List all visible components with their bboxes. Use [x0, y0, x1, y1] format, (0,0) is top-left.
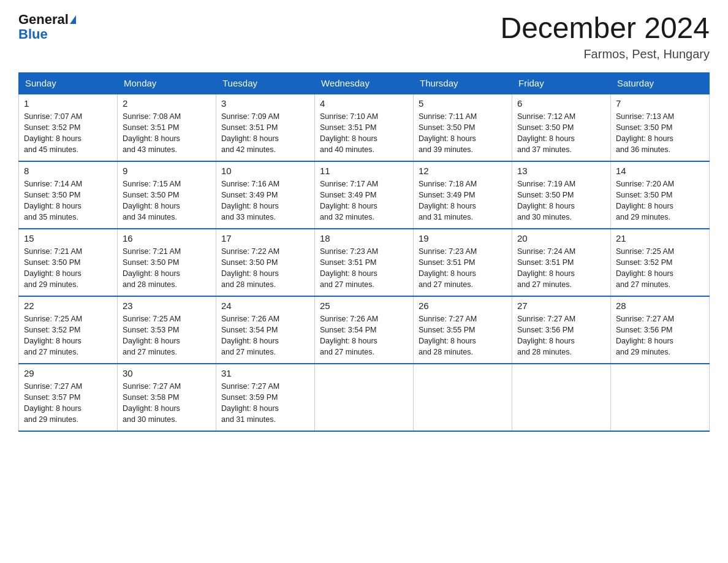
- calendar-table: Sunday Monday Tuesday Wednesday Thursday…: [18, 72, 710, 432]
- day-info: Sunrise: 7:17 AMSunset: 3:49 PMDaylight:…: [320, 178, 408, 223]
- day-number: 30: [123, 368, 211, 378]
- table-row: 31 Sunrise: 7:27 AMSunset: 3:59 PMDaylig…: [216, 364, 315, 431]
- day-info: Sunrise: 7:27 AMSunset: 3:55 PMDaylight:…: [419, 313, 507, 358]
- header-monday: Monday: [118, 72, 216, 94]
- month-title: December 2024: [500, 12, 710, 45]
- table-row: 12 Sunrise: 7:18 AMSunset: 3:49 PMDaylig…: [414, 161, 512, 229]
- page-header: General Blue December 2024 Farmos, Pest,…: [18, 12, 710, 61]
- day-number: 14: [616, 166, 704, 176]
- table-row: 22 Sunrise: 7:25 AMSunset: 3:52 PMDaylig…: [19, 296, 118, 364]
- table-row: 17 Sunrise: 7:22 AMSunset: 3:50 PMDaylig…: [216, 229, 315, 296]
- day-info: Sunrise: 7:25 AMSunset: 3:52 PMDaylight:…: [616, 246, 704, 291]
- table-row: 4 Sunrise: 7:10 AMSunset: 3:51 PMDayligh…: [315, 94, 414, 161]
- day-info: Sunrise: 7:23 AMSunset: 3:51 PMDaylight:…: [320, 246, 408, 291]
- table-row: 25 Sunrise: 7:26 AMSunset: 3:54 PMDaylig…: [315, 296, 414, 364]
- day-number: 24: [221, 301, 309, 311]
- day-info: Sunrise: 7:19 AMSunset: 3:50 PMDaylight:…: [517, 178, 605, 223]
- table-row: 28 Sunrise: 7:27 AMSunset: 3:56 PMDaylig…: [611, 296, 710, 364]
- day-info: Sunrise: 7:27 AMSunset: 3:58 PMDaylight:…: [123, 381, 211, 426]
- day-info: Sunrise: 7:21 AMSunset: 3:50 PMDaylight:…: [24, 246, 112, 291]
- table-row: [611, 364, 710, 431]
- day-number: 25: [320, 301, 408, 311]
- day-number: 3: [221, 98, 309, 109]
- day-number: 6: [517, 98, 605, 109]
- table-row: 14 Sunrise: 7:20 AMSunset: 3:50 PMDaylig…: [611, 161, 710, 229]
- day-info: Sunrise: 7:23 AMSunset: 3:51 PMDaylight:…: [419, 246, 507, 291]
- table-row: 21 Sunrise: 7:25 AMSunset: 3:52 PMDaylig…: [611, 229, 710, 296]
- day-info: Sunrise: 7:11 AMSunset: 3:50 PMDaylight:…: [419, 111, 507, 156]
- day-info: Sunrise: 7:18 AMSunset: 3:49 PMDaylight:…: [419, 178, 507, 223]
- day-info: Sunrise: 7:12 AMSunset: 3:50 PMDaylight:…: [517, 111, 605, 156]
- table-row: 6 Sunrise: 7:12 AMSunset: 3:50 PMDayligh…: [512, 94, 611, 161]
- header-saturday: Saturday: [611, 72, 710, 94]
- day-number: 20: [517, 233, 605, 243]
- day-info: Sunrise: 7:14 AMSunset: 3:50 PMDaylight:…: [24, 178, 112, 223]
- header-tuesday: Tuesday: [216, 72, 315, 94]
- day-number: 21: [616, 233, 704, 243]
- table-row: 19 Sunrise: 7:23 AMSunset: 3:51 PMDaylig…: [414, 229, 512, 296]
- location-text: Farmos, Pest, Hungary: [500, 47, 710, 61]
- day-info: Sunrise: 7:25 AMSunset: 3:52 PMDaylight:…: [24, 313, 112, 358]
- title-block: December 2024 Farmos, Pest, Hungary: [500, 12, 710, 61]
- day-number: 18: [320, 233, 408, 243]
- table-row: 30 Sunrise: 7:27 AMSunset: 3:58 PMDaylig…: [118, 364, 216, 431]
- table-row: 7 Sunrise: 7:13 AMSunset: 3:50 PMDayligh…: [611, 94, 710, 161]
- table-row: 29 Sunrise: 7:27 AMSunset: 3:57 PMDaylig…: [19, 364, 118, 431]
- day-number: 15: [24, 233, 112, 243]
- day-number: 2: [123, 98, 211, 109]
- day-number: 27: [517, 301, 605, 311]
- day-info: Sunrise: 7:24 AMSunset: 3:51 PMDaylight:…: [517, 246, 605, 291]
- day-number: 7: [616, 98, 704, 109]
- day-number: 23: [123, 301, 211, 311]
- day-info: Sunrise: 7:20 AMSunset: 3:50 PMDaylight:…: [616, 178, 704, 223]
- day-info: Sunrise: 7:13 AMSunset: 3:50 PMDaylight:…: [616, 111, 704, 156]
- table-row: 15 Sunrise: 7:21 AMSunset: 3:50 PMDaylig…: [19, 229, 118, 296]
- table-row: 24 Sunrise: 7:26 AMSunset: 3:54 PMDaylig…: [216, 296, 315, 364]
- day-info: Sunrise: 7:21 AMSunset: 3:50 PMDaylight:…: [123, 246, 211, 291]
- day-number: 10: [221, 166, 309, 176]
- day-number: 29: [24, 368, 112, 378]
- day-info: Sunrise: 7:09 AMSunset: 3:51 PMDaylight:…: [221, 111, 309, 156]
- table-row: 2 Sunrise: 7:08 AMSunset: 3:51 PMDayligh…: [118, 94, 216, 161]
- day-number: 17: [221, 233, 309, 243]
- day-number: 4: [320, 98, 408, 109]
- logo-triangle-icon: [70, 15, 76, 24]
- table-row: 18 Sunrise: 7:23 AMSunset: 3:51 PMDaylig…: [315, 229, 414, 296]
- day-number: 9: [123, 166, 211, 176]
- table-row: [315, 364, 414, 431]
- day-info: Sunrise: 7:26 AMSunset: 3:54 PMDaylight:…: [221, 313, 309, 358]
- day-info: Sunrise: 7:25 AMSunset: 3:53 PMDaylight:…: [123, 313, 211, 358]
- day-info: Sunrise: 7:16 AMSunset: 3:49 PMDaylight:…: [221, 178, 309, 223]
- header-sunday: Sunday: [19, 72, 118, 94]
- day-number: 22: [24, 301, 112, 311]
- table-row: 9 Sunrise: 7:15 AMSunset: 3:50 PMDayligh…: [118, 161, 216, 229]
- logo-general-text: General: [18, 12, 69, 27]
- header-friday: Friday: [512, 72, 611, 94]
- table-row: 10 Sunrise: 7:16 AMSunset: 3:49 PMDaylig…: [216, 161, 315, 229]
- day-number: 8: [24, 166, 112, 176]
- table-row: 20 Sunrise: 7:24 AMSunset: 3:51 PMDaylig…: [512, 229, 611, 296]
- day-number: 28: [616, 301, 704, 311]
- day-info: Sunrise: 7:27 AMSunset: 3:56 PMDaylight:…: [616, 313, 704, 358]
- table-row: 26 Sunrise: 7:27 AMSunset: 3:55 PMDaylig…: [414, 296, 512, 364]
- table-row: 13 Sunrise: 7:19 AMSunset: 3:50 PMDaylig…: [512, 161, 611, 229]
- table-row: 3 Sunrise: 7:09 AMSunset: 3:51 PMDayligh…: [216, 94, 315, 161]
- day-number: 26: [419, 301, 507, 311]
- logo-blue-text: Blue: [18, 27, 48, 42]
- table-row: 16 Sunrise: 7:21 AMSunset: 3:50 PMDaylig…: [118, 229, 216, 296]
- header-wednesday: Wednesday: [315, 72, 414, 94]
- table-row: 5 Sunrise: 7:11 AMSunset: 3:50 PMDayligh…: [414, 94, 512, 161]
- header-thursday: Thursday: [414, 72, 512, 94]
- day-info: Sunrise: 7:27 AMSunset: 3:59 PMDaylight:…: [221, 381, 309, 426]
- day-number: 16: [123, 233, 211, 243]
- day-info: Sunrise: 7:27 AMSunset: 3:57 PMDaylight:…: [24, 381, 112, 426]
- day-number: 5: [419, 98, 507, 109]
- table-row: 27 Sunrise: 7:27 AMSunset: 3:56 PMDaylig…: [512, 296, 611, 364]
- day-info: Sunrise: 7:10 AMSunset: 3:51 PMDaylight:…: [320, 111, 408, 156]
- day-info: Sunrise: 7:26 AMSunset: 3:54 PMDaylight:…: [320, 313, 408, 358]
- day-info: Sunrise: 7:27 AMSunset: 3:56 PMDaylight:…: [517, 313, 605, 358]
- day-number: 31: [221, 368, 309, 378]
- day-number: 11: [320, 166, 408, 176]
- calendar-header-row: Sunday Monday Tuesday Wednesday Thursday…: [19, 72, 710, 94]
- day-number: 13: [517, 166, 605, 176]
